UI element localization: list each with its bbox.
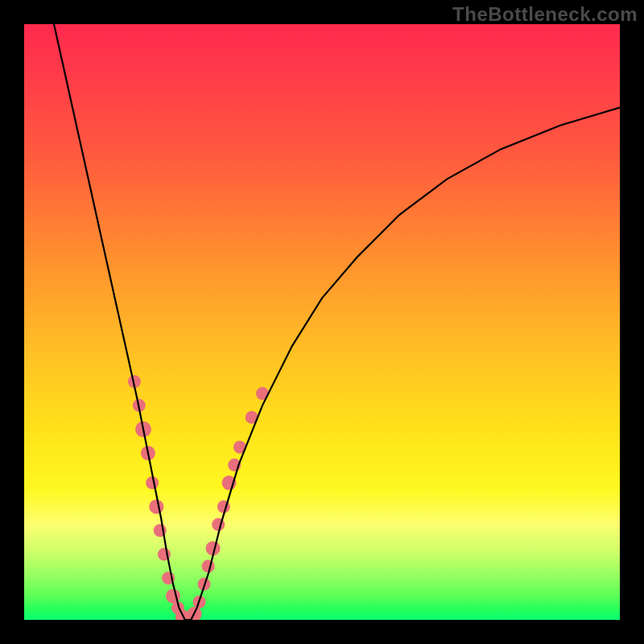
chart-frame: TheBottleneck.com [0, 0, 644, 644]
chart-svg [24, 24, 620, 620]
marker-point [149, 499, 163, 514]
watermark-text: TheBottleneck.com [452, 3, 638, 26]
bottleneck-curve [54, 24, 620, 620]
marker-layer [128, 375, 269, 620]
plot-area [24, 24, 620, 620]
marker-point [202, 559, 215, 572]
